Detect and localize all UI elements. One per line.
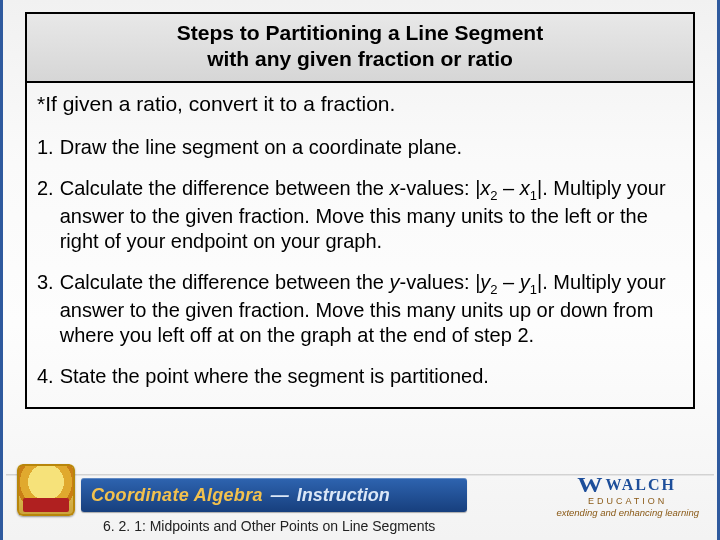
s2-mid: – — [498, 177, 520, 199]
step-2-num: 2. — [37, 176, 54, 254]
step-4: 4. State the point where the segment is … — [37, 356, 683, 397]
breadcrumb: 6. 2. 1: Midpoints and Other Points on L… — [103, 518, 435, 534]
step-3: 3. Calculate the difference between the … — [37, 262, 683, 356]
ratio-note: *If given a ratio, convert it to a fract… — [37, 89, 683, 127]
step-4-num: 4. — [37, 364, 54, 389]
walch-tagline: extending and enhancing learning — [556, 507, 699, 518]
course-title: Coordinate Algebra — [91, 485, 263, 506]
s3-y2: y — [480, 271, 490, 293]
step-3-num: 3. — [37, 270, 54, 348]
s3-sub1: 1 — [530, 282, 537, 297]
s3-sub2: 2 — [490, 282, 497, 297]
step-3-text: Calculate the difference between the y-v… — [60, 270, 683, 348]
s3-ylabel: y — [390, 271, 400, 293]
s2-x1: x — [520, 177, 530, 199]
step-1-text: Draw the line segment on a coordinate pl… — [60, 135, 683, 160]
s3-pre: Calculate the difference between the — [60, 271, 390, 293]
s2-sub2: 2 — [490, 188, 497, 203]
s3-y1: y — [520, 271, 530, 293]
step-1: 1. Draw the line segment on a coordinate… — [37, 127, 683, 168]
slide: Steps to Partitioning a Line Segment wit… — [0, 0, 720, 540]
footer: Coordinate Algebra — Instruction W WALCH… — [3, 470, 717, 540]
s2-xlabel: x — [390, 177, 400, 199]
s3-mid: – — [498, 271, 520, 293]
s2-sub1: 1 — [530, 188, 537, 203]
body: *If given a ratio, convert it to a fract… — [27, 83, 693, 408]
title-line-1: Steps to Partitioning a Line Segment — [37, 20, 683, 46]
walch-name: WALCH — [605, 476, 675, 494]
s2-post1: -values: | — [400, 177, 481, 199]
step-1-num: 1. — [37, 135, 54, 160]
walch-w-icon: W — [578, 472, 603, 498]
s3-post1: -values: | — [400, 271, 481, 293]
step-2: 2. Calculate the difference between the … — [37, 168, 683, 262]
common-core-badge-icon — [17, 464, 75, 516]
walch-row: W WALCH — [579, 472, 675, 498]
course-dash: — — [271, 485, 289, 506]
s2-x2: x — [480, 177, 490, 199]
step-4-text: State the point where the segment is par… — [60, 364, 683, 389]
walch-logo: W WALCH EDUCATION extending and enhancin… — [556, 476, 699, 514]
s2-pre: Calculate the difference between the — [60, 177, 390, 199]
title-band: Steps to Partitioning a Line Segment wit… — [27, 14, 693, 83]
content-box: Steps to Partitioning a Line Segment wit… — [25, 12, 695, 409]
course-section: Instruction — [297, 485, 390, 506]
title-line-2: with any given fraction or ratio — [37, 46, 683, 72]
step-2-text: Calculate the difference between the x-v… — [60, 176, 683, 254]
course-bar: Coordinate Algebra — Instruction — [81, 478, 467, 512]
